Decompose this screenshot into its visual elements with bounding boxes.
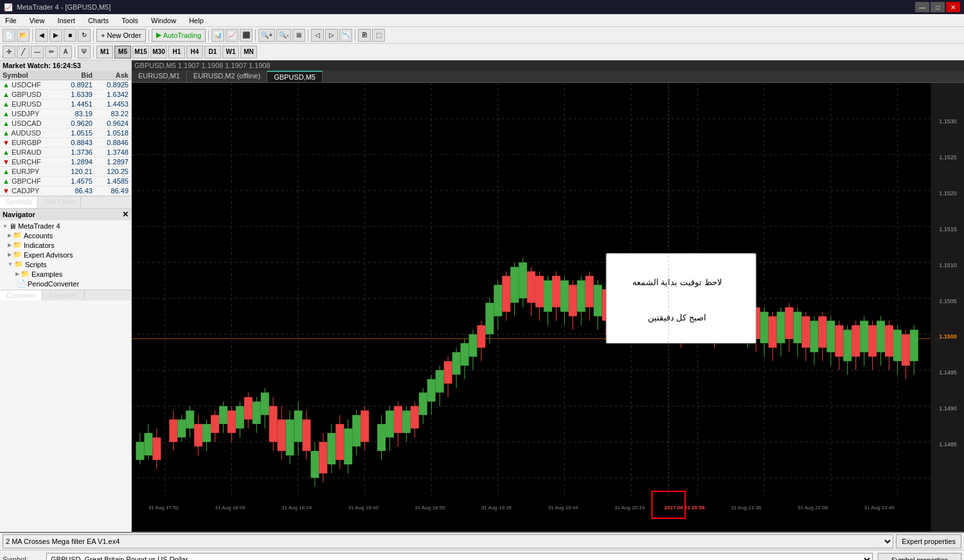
nav-item-indicators[interactable]: ▶📁Indicators bbox=[0, 240, 131, 250]
mw-tab-tick[interactable]: Tick Chart bbox=[38, 197, 81, 208]
chart-type-btn1[interactable]: 📊 bbox=[211, 29, 224, 42]
nav-item-scripts[interactable]: ▼📁Scripts bbox=[0, 259, 131, 269]
new-file-btn[interactable]: 📄 bbox=[3, 29, 15, 42]
menu-tools[interactable]: Tools bbox=[119, 14, 141, 26]
market-watch-row[interactable]: ▲ GBPUSD 1.6339 1.6342 bbox=[0, 90, 131, 100]
market-watch-row[interactable]: ▼ EURCHF 1.2894 1.2897 bbox=[0, 157, 131, 167]
market-watch-row[interactable]: ▼ CADJPY 86.43 86.49 bbox=[0, 186, 131, 196]
svg-rect-62 bbox=[194, 424, 202, 446]
menu-window[interactable]: Window bbox=[148, 14, 179, 26]
market-watch-row[interactable]: ▲ GBPCHF 1.4575 1.4585 bbox=[0, 177, 131, 186]
new-order-button[interactable]: + New Order bbox=[96, 29, 146, 42]
draw-tool-btn[interactable]: ✏ bbox=[45, 46, 58, 58]
nav-tab-favorites[interactable]: Favorites bbox=[42, 290, 85, 301]
scroll-right-btn[interactable]: ▷ bbox=[325, 29, 338, 42]
menu-help[interactable]: Help bbox=[186, 14, 206, 26]
close-button[interactable]: ✕ bbox=[946, 2, 960, 12]
symbol-properties-btn[interactable]: Symbol properties bbox=[878, 553, 961, 560]
nav-item-examples[interactable]: ▶📁Examples bbox=[0, 269, 131, 279]
svg-text:31 Aug 18:08: 31 Aug 18:08 bbox=[215, 505, 246, 511]
chart-tab-eurusd-m2[interactable]: EURUSD,M2 (offline) bbox=[187, 71, 267, 82]
menu-charts[interactable]: Charts bbox=[85, 14, 111, 26]
menu-view[interactable]: View bbox=[27, 14, 48, 26]
navigator-title: Navigator bbox=[3, 211, 35, 218]
market-watch-row[interactable]: ▲ USDCAD 0.9620 0.9624 bbox=[0, 119, 131, 128]
svg-rect-68 bbox=[219, 406, 228, 424]
svg-rect-144 bbox=[544, 281, 552, 312]
market-watch-row[interactable]: ▼ EURGBP 0.8843 0.8846 bbox=[0, 138, 131, 148]
open-btn[interactable]: 📂 bbox=[17, 29, 30, 42]
minimize-button[interactable]: — bbox=[915, 2, 929, 12]
svg-text:1.1485: 1.1485 bbox=[939, 441, 957, 448]
market-watch-row[interactable]: ▲ USDJPY 83.19 83.22 bbox=[0, 109, 131, 119]
nav-tab-common[interactable]: Common bbox=[0, 290, 42, 301]
tf-m1[interactable]: M1 bbox=[96, 46, 113, 58]
autotrading-button[interactable]: ▶ AutoTrading bbox=[152, 29, 206, 42]
zoom-out-btn[interactable]: 🔍- bbox=[276, 29, 291, 42]
fib-btn[interactable]: Ψ bbox=[78, 46, 91, 58]
candlestick-chart: 1.1530 1.1525 1.1520 1.1515 1.1510 1.150… bbox=[132, 83, 964, 532]
nav-item-expert-advisors[interactable]: ▶📁Expert Advisors bbox=[0, 250, 131, 259]
nav-item-accounts[interactable]: ▶📁Accounts bbox=[0, 231, 131, 240]
market-watch-row[interactable]: ▲ EURAUD 1.3736 1.3748 bbox=[0, 148, 131, 157]
tf-w1[interactable]: W1 bbox=[222, 46, 239, 58]
template-btn[interactable]: 🖹 bbox=[358, 29, 371, 42]
tf-h1[interactable]: H1 bbox=[168, 46, 185, 58]
menu-insert[interactable]: Insert bbox=[55, 14, 78, 26]
expert-advisor-select[interactable]: 2 MA Crosses Mega filter EA V1.ex4 bbox=[3, 534, 893, 548]
line-btn[interactable]: ╱ bbox=[17, 46, 30, 58]
app-icon: 📈 bbox=[4, 3, 13, 12]
tf-d1[interactable]: D1 bbox=[204, 46, 221, 58]
market-watch-row[interactable]: ▲ USDCHF 0.8921 0.8925 bbox=[0, 80, 131, 90]
menu-file[interactable]: File bbox=[3, 14, 19, 26]
refresh-btn[interactable]: ↻ bbox=[78, 29, 91, 42]
svg-text:31 Aug 22:08: 31 Aug 22:08 bbox=[798, 505, 828, 511]
navigator-close[interactable]: ✕ bbox=[122, 210, 129, 219]
chart-grid-btn[interactable]: ⊞ bbox=[292, 29, 305, 42]
chart-tab-eurusd-m1[interactable]: EURUSD,M1 bbox=[132, 71, 187, 82]
nav-fwd-btn[interactable]: ▶ bbox=[49, 29, 62, 42]
scroll-left-btn[interactable]: ◁ bbox=[311, 29, 324, 42]
market-watch-row[interactable]: ▲ EURJPY 120.21 120.25 bbox=[0, 167, 131, 177]
market-watch-row[interactable]: ▲ EURUSD 1.4451 1.4453 bbox=[0, 100, 131, 109]
svg-rect-50 bbox=[136, 442, 144, 460]
tf-m5[interactable]: M5 bbox=[114, 46, 131, 58]
svg-rect-134 bbox=[502, 276, 510, 312]
tf-m30[interactable]: M30 bbox=[150, 46, 167, 58]
text-btn[interactable]: A bbox=[59, 46, 72, 58]
title-bar-controls[interactable]: — □ ✕ bbox=[915, 2, 960, 12]
svg-rect-194 bbox=[760, 311, 769, 343]
nav-back-btn[interactable]: ◀ bbox=[35, 29, 48, 42]
svg-rect-90 bbox=[310, 451, 319, 478]
objects-btn[interactable]: ⬚ bbox=[372, 29, 385, 42]
hline-btn[interactable]: — bbox=[31, 46, 44, 58]
svg-text:1.1510: 1.1510 bbox=[939, 262, 957, 268]
market-watch-row[interactable]: ▲ AUDUSD 1.0515 1.0518 bbox=[0, 128, 131, 138]
chart-tab-gbpusd-m5[interactable]: GBPUSD,M5 bbox=[267, 71, 323, 82]
mw-ask: 1.4453 bbox=[95, 100, 131, 109]
svg-text:1.1530: 1.1530 bbox=[939, 118, 957, 125]
mw-tab-symbols[interactable]: Symbols bbox=[0, 197, 38, 208]
chart-type-btn3[interactable]: ⬛ bbox=[240, 29, 253, 42]
maximize-button[interactable]: □ bbox=[931, 2, 945, 12]
svg-rect-78 bbox=[261, 392, 269, 415]
expert-properties-button[interactable]: Expert properties bbox=[896, 534, 961, 548]
zoom-in-btn[interactable]: 🔍+ bbox=[258, 29, 275, 42]
stop-btn[interactable]: ■ bbox=[64, 29, 76, 42]
mw-ask: 1.2897 bbox=[95, 157, 131, 167]
symbol-select[interactable]: GBPUSD, Great Britain Pound vs US Dollar bbox=[46, 553, 873, 560]
svg-rect-124 bbox=[461, 343, 469, 365]
nav-item-metatrader-4[interactable]: ▼🖥MetaTrader 4 bbox=[0, 222, 131, 231]
chart-canvas[interactable]: 1.1530 1.1525 1.1520 1.1515 1.1510 1.150… bbox=[132, 83, 964, 532]
tf-h4[interactable]: H4 bbox=[186, 46, 203, 58]
svg-rect-212 bbox=[835, 325, 843, 356]
crosshair-btn[interactable]: ✛ bbox=[3, 46, 15, 58]
navigator-tree: ▼🖥MetaTrader 4▶📁Accounts▶📁Indicators▶📁Ex… bbox=[0, 220, 131, 290]
chart-type-btn2[interactable]: 📈 bbox=[226, 29, 238, 42]
tf-mn[interactable]: MN bbox=[240, 46, 257, 58]
svg-rect-102 bbox=[361, 410, 369, 442]
indicator-btn[interactable]: 📉 bbox=[339, 29, 352, 42]
mw-bid: 1.3736 bbox=[59, 148, 95, 157]
tf-m15[interactable]: M15 bbox=[132, 46, 149, 58]
nav-item-periodconverter[interactable]: 📄PeriodConverter bbox=[0, 279, 131, 288]
